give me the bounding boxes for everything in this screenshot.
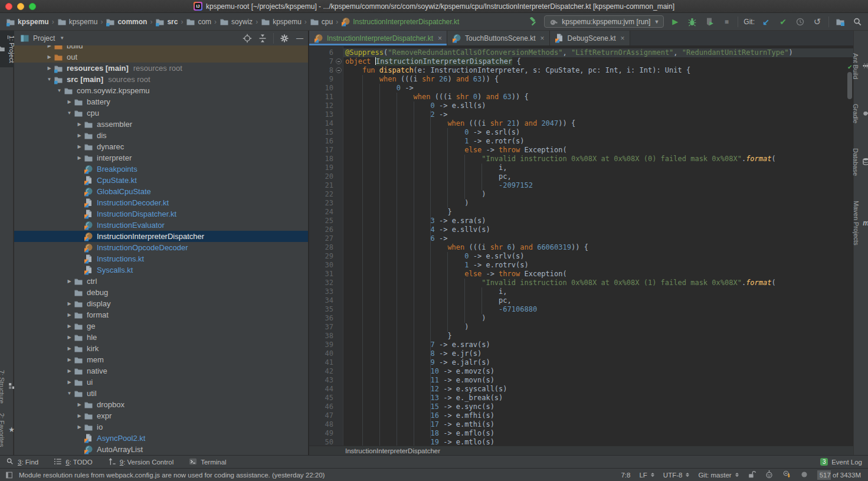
tree-row[interactable]: ▶build <box>14 45 308 51</box>
code-line[interactable]: 0 -> e.srl(s) <box>309 128 853 137</box>
tree-row[interactable]: ▶dropbox <box>14 399 308 410</box>
code-line[interactable]: 6 -> <box>309 234 853 243</box>
tool-window-button-gradle[interactable]: Gradle <box>852 99 868 128</box>
inspections-ok-icon[interactable]: ✔ <box>848 63 852 71</box>
tree-row[interactable]: ▶interpreter <box>14 152 308 163</box>
code-line[interactable]: pc, <box>309 172 853 181</box>
tree-row[interactable]: CpuState.kt <box>14 175 308 186</box>
tool-window-button-find[interactable]: 3: Find <box>6 457 38 467</box>
tool-window-button-database[interactable]: Database <box>852 143 868 181</box>
breadcrumb-item[interactable]: com <box>185 17 212 27</box>
run-with-coverage-button[interactable] <box>703 16 715 28</box>
close-icon[interactable]: × <box>438 34 442 42</box>
git-branch-widget[interactable]: Git: master <box>698 472 738 479</box>
code-line[interactable]: i, <box>309 287 853 296</box>
code-line[interactable]: 0 -> <box>309 84 853 93</box>
local-history-clock-icon[interactable] <box>794 16 806 28</box>
tree-expand-icon[interactable]: ▶ <box>65 379 74 385</box>
tree-expand-icon[interactable]: ▶ <box>75 402 84 407</box>
code-line[interactable]: 16 -> e.mfhi(s) <box>309 411 853 420</box>
search-everywhere-button[interactable] <box>851 16 863 28</box>
project-structure-button[interactable] <box>834 16 846 28</box>
tree-expand-icon[interactable]: ▼ <box>55 88 64 93</box>
code-line[interactable]: i, <box>309 163 853 172</box>
code-line[interactable]: ) <box>309 190 853 199</box>
breadcrumb-item[interactable]: soywiz <box>218 17 254 27</box>
editor-tab[interactable]: DebugScene.kt× <box>550 31 630 45</box>
tree-expand-icon[interactable]: ▶ <box>65 301 74 306</box>
tree-expand-icon[interactable]: ▶ <box>65 368 74 374</box>
tree-expand-icon[interactable]: ▶ <box>75 133 84 138</box>
code-line[interactable]: when (((i shr 21) and 2047)) { <box>309 119 853 128</box>
stop-button[interactable]: ■ <box>720 16 732 28</box>
code-line[interactable]: 1 -> e.rotrv(s) <box>309 261 853 270</box>
tree-row[interactable]: ▶mem <box>14 354 308 365</box>
tree-row[interactable]: ▼cpu <box>14 107 308 119</box>
code-line[interactable]: when (((i shr 26) and 63)) { <box>309 75 853 84</box>
tree-row[interactable]: ▼util <box>14 388 308 399</box>
tree-expand-icon[interactable]: ▼ <box>45 77 54 82</box>
code-line[interactable]: else -> throw Exception( <box>309 146 853 155</box>
tree-row[interactable]: ▶dynarec <box>14 141 308 152</box>
editor-gutter[interactable]: 5678910111213141516171819202122232425262… <box>309 46 343 446</box>
run-configuration-select[interactable]: kpspemu:kpspemu:jvm [run] ▼ <box>544 15 664 28</box>
code-line[interactable]: } <box>309 332 853 341</box>
code-line[interactable]: pc, <box>309 296 853 305</box>
zoom-window-button[interactable] <box>29 3 36 10</box>
build-hammer-icon[interactable] <box>527 16 539 28</box>
tree-row[interactable]: Breakpoints <box>14 163 308 175</box>
code-line[interactable]: 15 -> e.sync(s) <box>309 403 853 411</box>
code-line[interactable]: "Invalid instruction 0x%08X at 0x%08X (1… <box>309 279 853 287</box>
code-line[interactable]: fun dispatch(e: InstructionInterpreter, … <box>309 66 853 75</box>
close-window-button[interactable] <box>5 3 12 10</box>
tree-expand-icon[interactable]: ▶ <box>65 357 74 362</box>
scroll-to-source-button[interactable] <box>243 34 252 43</box>
code-line[interactable]: 10 -> e.movz(s) <box>309 367 853 376</box>
code-line[interactable]: ) <box>309 323 853 332</box>
code-line[interactable]: 7 -> e.srav(s) <box>309 341 853 349</box>
tree-row[interactable]: InstructionDecoder.kt <box>14 197 308 208</box>
code-line[interactable]: else -> throw Exception( <box>309 270 853 279</box>
tree-row[interactable]: ▶ctrl <box>14 276 308 287</box>
tree-expand-icon[interactable]: ▶ <box>65 323 74 329</box>
tree-row[interactable]: Instructions.kt <box>14 253 308 264</box>
tree-expand-icon[interactable]: ▶ <box>65 312 74 318</box>
tree-expand-icon[interactable]: ▶ <box>65 279 74 284</box>
tree-expand-icon[interactable]: ▶ <box>75 155 84 161</box>
tree-expand-icon[interactable]: ▶ <box>65 335 74 340</box>
event-log-button[interactable]: 3Event Log <box>820 458 862 466</box>
fold-marker-icon[interactable] <box>336 58 342 64</box>
breadcrumb-item[interactable]: kpspemu <box>5 17 50 27</box>
git-commit-button[interactable]: ✔ <box>777 16 789 28</box>
code-line[interactable]: 17 -> e.mthi(s) <box>309 420 853 429</box>
tool-window-button-terminal[interactable]: Terminal <box>189 457 226 467</box>
run-button[interactable]: ▶ <box>669 16 681 28</box>
code-line[interactable]: -67106880 <box>309 305 853 314</box>
code-line[interactable]: 19 -> e.mtlo(s) <box>309 438 853 446</box>
readonly-lock-widget[interactable] <box>748 470 756 480</box>
hide-panel-button[interactable]: — <box>295 34 304 43</box>
tree-row[interactable]: Syscalls.kt <box>14 264 308 276</box>
code-line[interactable]: 11 -> e.movn(s) <box>309 376 853 385</box>
tool-window-button-structure[interactable]: 7: Structure <box>0 365 15 408</box>
tree-expand-icon[interactable]: ▶ <box>75 424 84 430</box>
gear-icon[interactable] <box>280 34 289 43</box>
breadcrumb-item[interactable]: cpu <box>309 17 334 27</box>
minimize-window-button[interactable] <box>17 3 24 10</box>
tool-window-button-version-control[interactable]: 9: Version Control <box>108 457 173 467</box>
code-editor[interactable]: @Suppress("RemoveRedundantCallsOfConvers… <box>309 46 853 446</box>
tool-window-button-favorites[interactable]: ★ 2: Favorites <box>0 408 15 451</box>
tool-window-button-maven-projects[interactable]: mMaven Projects <box>853 196 868 250</box>
tree-row[interactable]: ▶io <box>14 421 308 433</box>
tree-expand-icon[interactable]: ▶ <box>75 413 84 418</box>
project-view-selector[interactable]: Project ▼ <box>20 34 64 43</box>
git-rollback-button[interactable]: ↺ <box>811 16 823 28</box>
tree-row[interactable]: ▶dis <box>14 130 308 141</box>
tree-row[interactable]: ▶hle <box>14 332 308 343</box>
background-tasks-widget[interactable] <box>800 470 808 480</box>
tree-row[interactable]: GlobalCpuState <box>14 186 308 197</box>
code-line[interactable]: ) <box>309 199 853 208</box>
tree-row[interactable]: ▶resources [main]resources root <box>14 63 308 74</box>
code-line[interactable]: 9 -> e.jalr(s) <box>309 358 853 367</box>
code-line[interactable]: 1 -> e.rotr(s) <box>309 137 853 146</box>
